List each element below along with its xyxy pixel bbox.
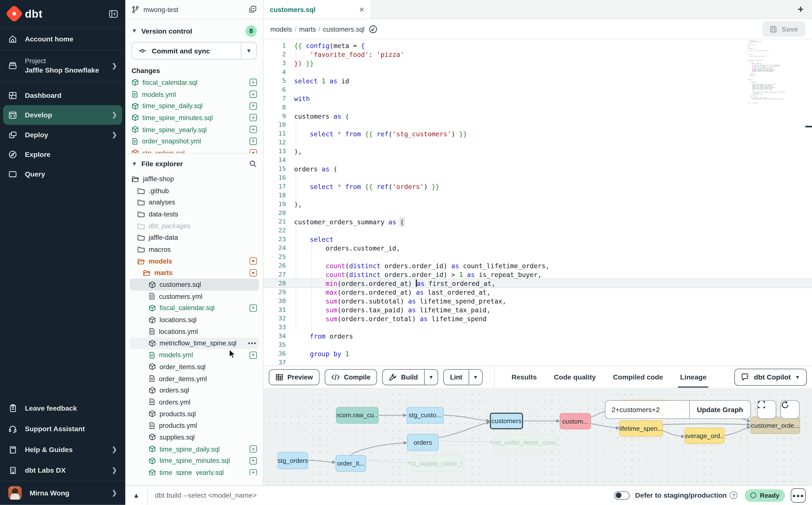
code-editor[interactable]: 1234567891011121314151617181920212223242… xyxy=(264,39,812,366)
commit-options-dropdown[interactable]: ▼ xyxy=(241,42,256,59)
code-content[interactable]: {{ config(meta = { 'favorite_food': 'piz… xyxy=(294,41,549,365)
sidebar-collapse-icon[interactable] xyxy=(109,9,118,18)
copy-icon[interactable] xyxy=(249,5,257,13)
panel-collapse-chevron[interactable]: ▲ xyxy=(125,486,148,505)
breadcrumb-segment[interactable]: marts xyxy=(299,25,316,33)
stage-plus-icon[interactable]: + xyxy=(250,103,257,110)
tree-item-fiscal-calendar-sql[interactable]: fiscal_calendar.sql+ xyxy=(130,302,259,314)
editor-minimap[interactable]: {{ config(meta = { 'favorite_food': 'piz… xyxy=(748,40,805,144)
change-row[interactable]: order_snapshot.yml+ xyxy=(130,135,259,147)
tree-item-customers-sql[interactable]: customers.sql xyxy=(130,279,259,291)
preview-button[interactable]: Preview xyxy=(269,369,319,385)
user-menu[interactable]: Mirna Wong ❯ xyxy=(0,481,125,505)
tab-compiled-code[interactable]: Compiled code xyxy=(613,366,663,388)
compile-button-main[interactable]: Compile xyxy=(325,369,377,384)
tree-item-macros[interactable]: macros xyxy=(130,243,259,255)
tree-item-products-sql[interactable]: products.sql xyxy=(130,408,259,420)
sidebar-item-support-assistant[interactable]: Support Assistant xyxy=(0,418,125,439)
build-button-main[interactable]: Build xyxy=(383,369,424,384)
stage-plus-icon[interactable]: + xyxy=(250,457,257,465)
stage-plus-icon[interactable]: + xyxy=(250,138,257,145)
tree-item-time-spine-minutes-sql[interactable]: time_spine_minutes.sql+ xyxy=(130,455,259,467)
update-graph-button[interactable]: Update Graph xyxy=(689,401,751,418)
build-dropdown[interactable]: ▼ xyxy=(424,369,438,384)
sidebar-item-help-guides[interactable]: Help & Guides ❯ xyxy=(0,439,125,460)
tree-item-locations-sql[interactable]: locations.sql xyxy=(130,314,259,326)
row-menu-icon[interactable]: ••• xyxy=(248,340,257,347)
lineage-node-lifetime-spend[interactable]: lifetime_spen... xyxy=(619,420,663,436)
sidebar-item-leave-feedback[interactable]: Leave feedback xyxy=(0,398,125,418)
stage-plus-icon[interactable]: + xyxy=(250,91,257,98)
tree-item-orders-yml[interactable]: orders.yml xyxy=(130,396,259,408)
tree-item-orders-sql[interactable]: orders.sql xyxy=(130,384,259,396)
lineage-node-customers[interactable]: customers xyxy=(490,412,523,429)
stage-plus-icon[interactable]: + xyxy=(250,305,257,312)
status-badge[interactable]: Ready xyxy=(745,489,785,502)
lineage-node-stg-orders[interactable]: stg_orders xyxy=(278,452,308,469)
tree-item-supplies-sql[interactable]: supplies.sql xyxy=(130,432,259,443)
lineage-search-input[interactable]: 2+customers+2 xyxy=(605,401,689,418)
modified-badge-icon[interactable] xyxy=(250,258,257,265)
branch-name[interactable]: mwong-test xyxy=(143,5,178,13)
lineage-node-test-order-items[interactable]: test_order_items_com... xyxy=(494,435,557,450)
lineage-panel[interactable]: count_lifetim...ecom.raw_cu...stg_custo.… xyxy=(264,388,812,485)
tree-item-order-items-yml[interactable]: order_items.yml xyxy=(130,373,259,384)
fullscreen-button[interactable] xyxy=(757,400,776,419)
lineage-node-ecom-raw-customers[interactable]: ecom.raw_cu... xyxy=(336,407,378,424)
tree-item-metricflow-time-spine-sql[interactable]: metricflow_time_spine.sql••• xyxy=(130,337,259,349)
lineage-node-test-supply-costs[interactable]: test_supply_costs_s... xyxy=(412,455,463,472)
tree-item-time-spine-daily-sql[interactable]: time_spine_daily.sql+ xyxy=(130,443,259,455)
sidebar-item-project[interactable]: Project Jaffle Shop Snowflake ❯ xyxy=(0,50,125,81)
close-icon[interactable]: ✕ xyxy=(359,5,364,13)
lineage-node-customer-orders[interactable]: customer_orde... xyxy=(751,417,800,434)
change-row[interactable]: time_spine_yearly.sql+ xyxy=(130,124,259,135)
lineage-node-order-items[interactable]: order_it... xyxy=(336,455,366,472)
help-icon[interactable]: ? xyxy=(730,491,738,499)
sidebar-item-dashboard[interactable]: Dashboard xyxy=(0,86,125,105)
tree-item-products-yml[interactable]: products.yml xyxy=(130,420,259,432)
sidebar-item-account-home[interactable]: Account home xyxy=(0,28,125,50)
tree-item--github[interactable]: .github xyxy=(130,185,259,196)
change-row[interactable]: stg_orders.sql xyxy=(130,147,259,153)
lineage-node-orders[interactable]: orders xyxy=(407,434,439,451)
sidebar-item-develop[interactable]: Develop ❯ xyxy=(3,105,122,125)
more-options-button[interactable]: ●●● xyxy=(791,488,806,503)
tree-item-time-spine-yearly-sql[interactable]: time_spine_yearly.sql+ xyxy=(130,467,259,475)
defer-toggle[interactable] xyxy=(614,491,630,499)
sidebar-item-query[interactable]: Query xyxy=(0,164,125,184)
stage-plus-icon[interactable]: + xyxy=(250,351,257,359)
tree-item-jaffle-shop[interactable]: jaffle-shop xyxy=(130,173,259,185)
breadcrumb-segment[interactable]: models xyxy=(271,25,292,33)
lineage-node-average-order[interactable]: average_ord... xyxy=(684,428,724,444)
breadcrumb-segment[interactable]: customers.sql xyxy=(323,25,364,33)
change-row[interactable]: time_spine_minutes.sql+ xyxy=(130,112,259,124)
tree-item-analyses[interactable]: analyses xyxy=(130,196,259,208)
lint-button[interactable]: Lint▼ xyxy=(443,369,483,385)
compile-button[interactable]: Compile xyxy=(325,369,377,385)
preview-button-main[interactable]: Preview xyxy=(269,369,319,384)
lineage-node-custom-test[interactable]: custom... xyxy=(560,413,591,429)
tree-item-locations-yml[interactable]: locations.yml xyxy=(130,326,259,337)
stage-plus-icon[interactable]: + xyxy=(250,79,257,86)
search-icon[interactable] xyxy=(249,160,257,168)
stage-plus-icon[interactable]: + xyxy=(250,114,257,122)
file-explorer-header[interactable]: ▼ File explorer xyxy=(125,154,263,172)
sidebar-item-explore[interactable]: Explore xyxy=(0,144,125,164)
tree-item-jaffle-data[interactable]: jaffle-data xyxy=(130,232,259,243)
tree-item-models[interactable]: models xyxy=(130,255,259,267)
lint-dropdown[interactable]: ▼ xyxy=(469,369,482,384)
modified-badge-icon[interactable] xyxy=(250,269,257,277)
build-button[interactable]: Build▼ xyxy=(382,369,438,385)
tree-item-dbt-packages[interactable]: dbt_packages xyxy=(130,220,259,232)
copilot-badge-icon[interactable] xyxy=(369,24,377,33)
stage-plus-icon[interactable]: + xyxy=(250,469,257,475)
tree-item-models-yml[interactable]: models.yml+ xyxy=(130,349,259,361)
tab-results[interactable]: Results xyxy=(511,366,537,388)
scrollbar-thumb[interactable] xyxy=(805,126,812,127)
commit-button-main[interactable]: Commit and sync xyxy=(132,42,241,59)
tree-item-customers-yml[interactable]: customers.yml xyxy=(130,291,259,302)
save-button[interactable]: Save xyxy=(763,21,805,37)
stage-plus-icon[interactable]: + xyxy=(250,126,257,133)
tree-item-data-tests[interactable]: data-tests xyxy=(130,208,259,220)
tree-item-marts[interactable]: marts xyxy=(130,267,259,279)
